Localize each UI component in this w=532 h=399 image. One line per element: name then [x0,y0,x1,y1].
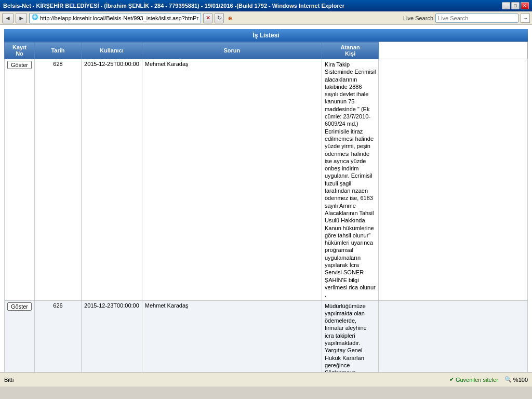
address-bar: 🌐 http://belapp.kirsehir.local/Belsis-Ne… [29,13,201,23]
id-cell: 628 [35,59,82,301]
back-button[interactable]: ◄ [2,13,14,23]
table-row: Göster6262015-12-23T00:00:00Mehmet Karad… [5,300,528,372]
window-title: Belsis-Net - KİRŞEHİR BELEDİYESİ - (İbra… [3,3,344,9]
search-go-button[interactable]: → [521,14,530,23]
minimize-button[interactable]: _ [502,2,510,9]
btn-cell: Göster [5,59,35,301]
th-atanan: AtananKişi [322,42,378,59]
security-label: Güvenilen siteler [456,377,498,383]
search-label: Live Search [403,15,433,21]
forward-button[interactable]: ► [16,13,27,23]
security-check-icon: ✔ [449,376,454,383]
th-sorun: Sorun [142,42,322,59]
show-button[interactable]: Göster [7,302,32,311]
maximize-button[interactable]: □ [511,2,520,9]
ie-toolbar: ◄ ► 🌐 http://belapp.kirsehir.local/Belsi… [0,11,532,25]
address-icon: 🌐 [32,14,38,22]
date-cell: 2015-12-23T00:00:00 [82,300,142,372]
id-cell: 626 [35,300,82,372]
th-kullanici: Kullanıcı [82,42,142,59]
stop-button[interactable]: ✕ [203,13,212,23]
page-title: İş Listesi [252,32,279,39]
zoom-level: %100 [513,377,528,383]
th-tarih: Tarih [35,42,82,59]
security-status: ✔ Güvenilen siteler [449,376,498,383]
address-text: http://belapp.kirsehir.local/Belsis-Net/… [40,15,198,21]
table-row: Göster6282015-12-25T00:00:00Mehmet Karad… [5,59,528,301]
sorun-cell: Kira Takip Sisteminde Ecrimisil alacakla… [322,59,378,301]
refresh-button[interactable]: ↻ [215,13,224,23]
zoom-area: 🔍 %100 [504,376,528,383]
search-input[interactable] [435,14,518,23]
ms-logo: e [228,14,232,22]
atanan-cell [379,59,528,301]
user-cell: Mehmet Karadaş [142,59,322,301]
page-title-bar: İş Listesi [4,29,528,42]
btn-cell: Göster [5,300,35,372]
main-content: İş Listesi KayıtNo Tarih Kullanıcı Sorun… [0,25,532,372]
show-button[interactable]: Göster [7,61,32,69]
date-cell: 2015-12-25T00:00:00 [82,59,142,301]
sorun-cell: Müdürlüğümüze yapılmakta olan ödemelerde… [322,300,378,372]
user-cell: Mehmet Karadaş [142,300,322,372]
status-right: ✔ Güvenilen siteler 🔍 %100 [449,376,528,383]
zoom-icon: 🔍 [504,376,512,383]
atanan-cell [379,300,528,372]
window-title-bar: Belsis-Net - KİRŞEHİR BELEDİYESİ - (İbra… [0,0,532,11]
window-controls: _ □ ✕ [502,2,529,9]
status-bar: Bitti ✔ Güvenilen siteler 🔍 %100 [0,372,532,387]
th-kayit-no: KayıtNo [5,42,35,59]
status-text: Bitti [4,377,14,383]
data-table: KayıtNo Tarih Kullanıcı Sorun AtananKişi… [4,42,528,372]
close-button[interactable]: ✕ [521,2,529,9]
